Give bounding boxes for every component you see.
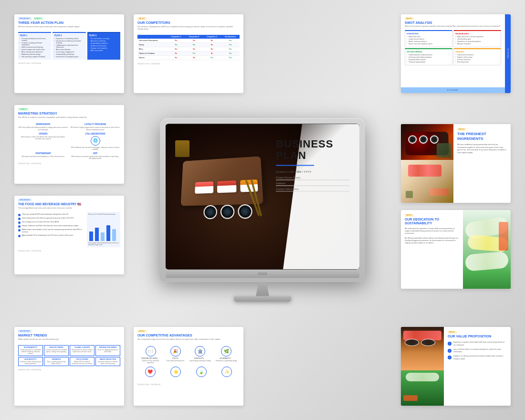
- swot-threats: THREATS Seafood price fluctuations Negat…: [453, 48, 501, 65]
- stat-6: Approximately 7% of restaurants in the U…: [18, 234, 85, 237]
- mkt-offers: OFFERS We'll introduce a 'Taste of the M…: [18, 133, 68, 150]
- slide-footer-trends: BUSINESS PLAN · CONFIDENTIAL: [14, 368, 124, 372]
- adv-title: OUR COMPETITIVE ADVANTAGES: [137, 334, 240, 337]
- monitor-outer: BUSINESS PLAN Drafted on DD / MM / YYYY …: [160, 118, 365, 282]
- comp-col-2: Competitor 2: [185, 35, 203, 39]
- slide-marketing: STRATEGY MARKETING STRATEGY Our efforts …: [14, 105, 124, 184]
- tag-opportunity-fb: OPPORTUNITY: [18, 199, 32, 201]
- three-year-title: THREE-YEAR ACTION PLAN: [18, 21, 120, 25]
- stat-3: The average cost of a sushi roll in the …: [18, 221, 85, 224]
- sushi-nigiri-2: [217, 180, 236, 193]
- monitor-stand-base: [234, 296, 291, 302]
- chart-label: The average sushi restaurant annual reve…: [88, 242, 119, 246]
- sushi-roll-2: [220, 205, 234, 219]
- fresh-text-col: MARKET THE FRESHEST INGREDIENTS We have …: [453, 124, 511, 203]
- check-icon-2: ✓: [448, 349, 452, 353]
- value-food-visual: [401, 327, 444, 406]
- swot-axis-external: EXTERNAL: [401, 87, 505, 93]
- value-item-1: ✓ Experience exquisite sushi crafted wit…: [448, 341, 507, 346]
- tag-market-comp: MARKET: [137, 17, 147, 20]
- tag-strategy-mkt: STRATEGY: [18, 108, 29, 111]
- sustain-text1: We understand the importance of responsi…: [405, 228, 459, 235]
- sustain-text2: By offering sustainable seafood options …: [405, 237, 459, 245]
- heart-icon: ❤️: [145, 367, 156, 377]
- bar-5: [112, 229, 116, 241]
- year3-label: YEAR 3: [89, 34, 119, 37]
- events-icon: 🎉: [170, 346, 181, 357]
- marketing-subtitle: Our efforts to enhance customer acquisit…: [18, 116, 120, 118]
- comp-col-us: Our Business: [221, 35, 240, 39]
- value-image: [401, 327, 444, 406]
- table-row: Last-minute Reservations No No No Yes: [137, 39, 240, 43]
- stat-2: Sushi restaurants in the US are expected…: [18, 217, 85, 220]
- personalized-icon: 🍽️: [146, 346, 156, 357]
- swot-weaknesses: WEAKNESSES Higher prices due to premium …: [453, 30, 501, 47]
- fb-layout: There are nearly 20,000 sushi restaurant…: [18, 212, 120, 247]
- mkt-app: APP We'll develop an interactive app tha…: [70, 152, 120, 159]
- fresh-text: We have established strong partnerships …: [457, 144, 507, 154]
- value-text-col: MARKET OUR VALUE PROPOSITION ✓ Experienc…: [444, 327, 511, 406]
- adv-icon2-2: ⭐: [170, 367, 181, 378]
- business-plan-text: BUSINESS PLAN Drafted on DD / MM / YYYY …: [276, 138, 350, 192]
- tag-strategy: STRATEGY: [33, 17, 43, 20]
- comp-col-1: Competitor 1: [167, 35, 185, 39]
- bp-divider: [276, 165, 314, 166]
- sushi-plate: [175, 138, 271, 215]
- monitor-wrapper: BUSINESS PLAN Drafted on DD / MM / YYYY …: [160, 118, 365, 302]
- adv-icons-row: 🍽️ PERSONALIZED DINING Build Your Own Su…: [137, 346, 240, 364]
- trend-pos-systems: POS SYSTEMS Modern POS for efficient ope…: [70, 357, 94, 366]
- adv-personalized: 🍽️ PERSONALIZED DINING Build Your Own Su…: [140, 346, 161, 364]
- star-icon: ⭐: [170, 367, 181, 377]
- spring-rolls-visual: [463, 210, 511, 289]
- fb-chart: Revenue for the Sushi Restaurant industr…: [87, 212, 120, 247]
- competitors-title: OUR COMPETITORS: [137, 21, 240, 25]
- mkt-collaborations: COLLABORATIONS 🌐 We'll collaborate with …: [70, 133, 120, 150]
- trend-global-flavors: GLOBAL FLAVORS Rising interest in divers…: [70, 345, 94, 356]
- slide-footer-adv: BUSINESS PLAN · CONFIDENTIAL: [134, 382, 243, 387]
- bp-subtitle: Drafted on DD / MM / YYYY: [276, 170, 350, 175]
- fb-subtitle: The average American eats sushi about on…: [18, 207, 120, 209]
- stat-1: There are nearly 20,000 sushi restaurant…: [18, 213, 85, 216]
- slide-three-year: OPPORTUNITY STRATEGY THREE-YEAR ACTION P…: [14, 14, 124, 93]
- table-row: Menu No No No Yes: [137, 47, 240, 52]
- fresh-title: THE FRESHEST INGREDIENTS: [457, 132, 507, 141]
- leaf-icon: 🍃: [196, 367, 207, 377]
- adv-icon2-3: 🍃: [196, 367, 207, 378]
- three-year-subtitle: We have devised a three-year action plan…: [18, 25, 120, 28]
- flag-icon: 🇺🇸: [77, 202, 81, 206]
- slide-freshest: MARKET THE FRESHEST INGREDIENTS We have …: [401, 124, 511, 203]
- slide-footer-comp: BUSINESS PLAN · CONFIDENTIAL: [134, 62, 243, 66]
- main-container: OPPORTUNITY STRATEGY THREE-YEAR ACTION P…: [0, 0, 525, 420]
- swot-axis-internal: INTERNAL: [505, 14, 511, 93]
- trends-title: MARKET TRENDS: [18, 334, 120, 337]
- adv-sustainability: 🌿 SUSTAINABILITY Dedicated to sustainabi…: [216, 346, 237, 364]
- slide-food-beverage: OPPORTUNITY THE FOOD AND BEVERAGE INDUST…: [14, 196, 124, 274]
- slide-value-prop: MARKET OUR VALUE PROPOSITION ✓ Experienc…: [401, 327, 511, 406]
- sustainability-icon: 🌿: [221, 346, 231, 357]
- trend-interactive-dining: INTERACTIVE DINING Desire for engaging e…: [95, 345, 120, 356]
- tag-market-adv: MARKET: [137, 330, 147, 333]
- trends-subtitle: What market trends are we currently obse…: [18, 338, 120, 340]
- bp-field-address: Address: [276, 181, 350, 186]
- sushi-nigiri-1: [195, 181, 213, 194]
- table-row: Variety Yes Yes No Yes: [137, 43, 240, 47]
- value-item-3: ✓ Indulge in a culinary journey that com…: [448, 355, 507, 360]
- sushi-roll-3: [238, 204, 252, 219]
- mkt-partnership: PARTNERSHIP We'll partner with hotels an…: [18, 152, 68, 159]
- trend-sustainability: SUSTAINABILITY Growing demand for sustai…: [18, 345, 43, 356]
- mkt-loyalty: LOYALTY PROGRAM We'll launch a loyalty p…: [70, 123, 120, 130]
- year1-label: YEAR 1: [20, 34, 50, 37]
- tag-opportunity: OPPORTUNITY: [18, 17, 32, 20]
- tag-market-swot: MARKET: [405, 17, 414, 20]
- monitor-screen: BUSINESS PLAN Drafted on DD / MM / YYYY …: [166, 124, 359, 270]
- monitor-bezel-bottom: [166, 270, 359, 278]
- bar-1: [89, 231, 93, 241]
- adv-icon2-1: ❤️: [145, 367, 156, 378]
- fresh-img-rolls: [401, 124, 453, 160]
- slide-competitors: MARKET OUR COMPETITORS Our business dist…: [134, 14, 243, 93]
- trend-authenticity: AUTHENTICITY Consumers value authenticit…: [18, 357, 43, 366]
- swot-strengths: STRENGTHS Skilled sushi chefs Locally so…: [405, 30, 452, 47]
- check-icon-3: ✓: [448, 356, 452, 359]
- stat-4: Hawaii, California, and New York have th…: [18, 225, 85, 228]
- revenue-chart: [88, 217, 119, 241]
